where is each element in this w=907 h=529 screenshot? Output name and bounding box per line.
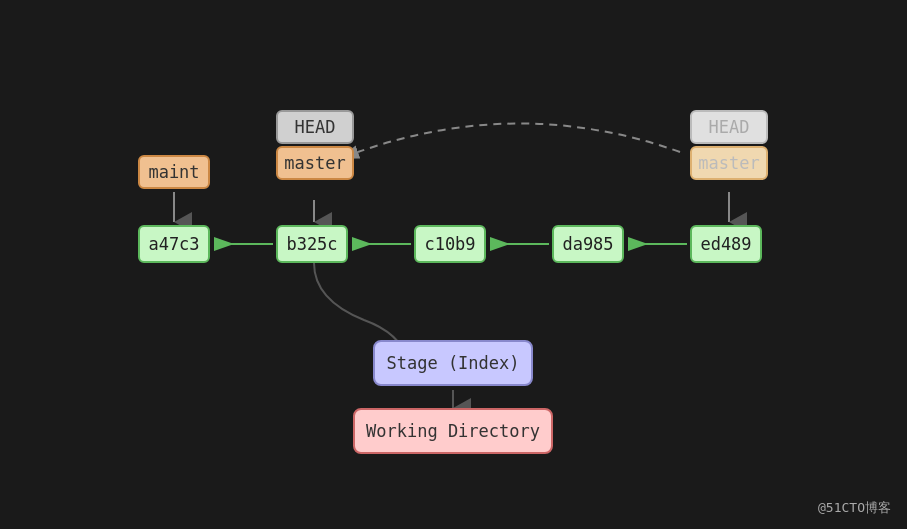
working-directory-box: Working Directory (353, 408, 553, 454)
head-label-local: HEAD (276, 110, 354, 144)
head-master-remote: HEAD master (690, 110, 768, 180)
master-label-remote: master (690, 146, 768, 180)
commit-b325c: b325c (276, 225, 348, 263)
maint-text: maint (148, 162, 199, 182)
head-master-local: HEAD master (276, 110, 354, 180)
commit-da985: da985 (552, 225, 624, 263)
diagram-container: maint HEAD master HEAD master a47c3 b325… (0, 0, 907, 529)
maint-label: maint (138, 155, 210, 189)
head-label-remote: HEAD (690, 110, 768, 144)
commit-a47c3: a47c3 (138, 225, 210, 263)
stage-index-box: Stage (Index) (373, 340, 533, 386)
commit-c10b9: c10b9 (414, 225, 486, 263)
commit-ed489: ed489 (690, 225, 762, 263)
watermark: @51CTO博客 (818, 499, 891, 517)
master-label-local: master (276, 146, 354, 180)
